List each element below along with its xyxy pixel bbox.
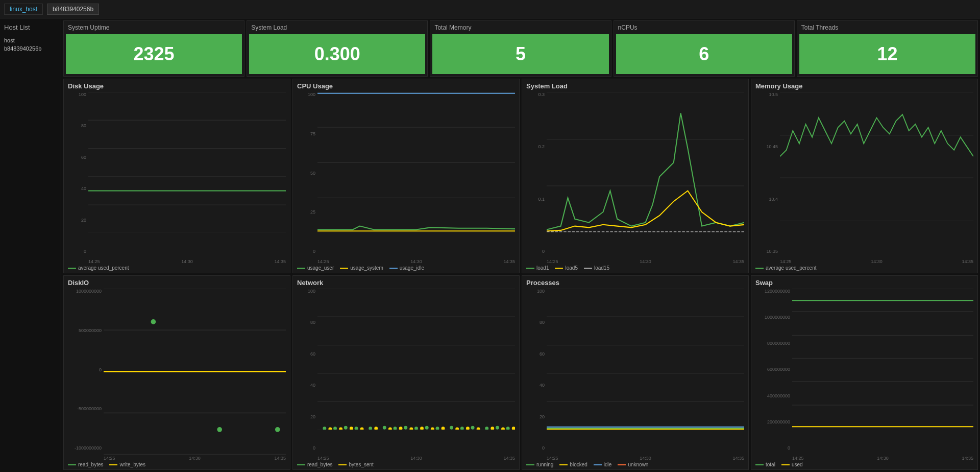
legend-dot-write [109,464,117,465]
legend-dot-blocked [559,464,568,465]
disk-usage-legend: average used_percent [68,265,286,271]
disk-usage-svg [88,92,286,233]
legend-usage-idle: usage_idle [389,265,424,271]
cpu-usage-x-labels: 14:25 14:30 14:35 [317,259,515,264]
legend-load15: load15 [584,265,609,271]
disk-usage-panel: Disk Usage 100 80 60 40 20 0 [63,79,290,273]
legend-bytes-sent: bytes_sent [338,462,373,467]
sidebar-item-hostid[interactable]: b8483940256b [4,44,57,53]
svg-point-25 [217,427,222,432]
swap-y-labels: 1200000000 1000000000 800000000 60000000… [755,289,792,451]
legend-dot-mem [755,268,764,269]
stat-uptime: System Uptime 2325 [63,20,244,77]
svg-point-53 [360,428,364,430]
memory-usage-y-labels: 10.5 10.45 10.4 10.35 [755,92,780,254]
host-id: b8483940256b [47,4,99,15]
swap-area: 1200000000 1000000000 800000000 60000000… [755,289,973,461]
charts-row1: Disk Usage 100 80 60 40 20 0 [63,79,978,273]
svg-point-57 [409,428,413,430]
stat-uptime-value: 2325 [66,34,242,74]
svg-point-48 [496,426,499,430]
system-load-svg [547,92,744,233]
stat-threads-value: 12 [799,34,975,74]
stat-ncpus-value: 6 [616,34,792,74]
system-load-area: 0.3 0.2 0.1 0 [526,92,744,264]
swap-title: Swap [755,279,973,287]
svg-point-38 [383,426,386,430]
svg-point-54 [374,427,378,430]
diskio-svg [104,289,286,455]
legend-dot-load15 [584,268,592,269]
stat-load: System Load 0.300 [247,20,428,77]
svg-point-47 [485,427,488,430]
legend-usage-user: usage_user [297,265,334,271]
system-load-legend: load1 load5 load15 [526,265,744,271]
charts-row2: DiskIO 1000000000 500000000 0 -500000000… [63,275,978,470]
swap-x-labels: 14:25 14:30 14:35 [792,456,973,461]
legend-dot-user [297,268,305,269]
legend-write-bytes: write_bytes [109,462,145,467]
legend-net-read: read_bytes [297,462,332,467]
processes-svg [547,289,744,430]
diskio-x-labels: 14:25 14:30 14:35 [104,456,286,461]
svg-point-45 [460,427,464,430]
svg-point-61 [455,428,459,430]
system-load-title: System Load [526,82,744,90]
stat-uptime-title: System Uptime [64,21,244,32]
network-svg [317,289,515,430]
disk-usage-y-labels: 100 80 60 40 20 0 [68,92,88,254]
svg-point-40 [404,426,407,430]
svg-point-24 [151,319,156,324]
dashboard: System Uptime 2325 System Load 0.300 Tot… [61,18,980,472]
memory-usage-title: Memory Usage [755,82,973,90]
legend-proc-idle: idle [594,462,612,467]
sidebar-item-host[interactable]: host [4,36,57,44]
host-list-title: Host List [4,23,57,31]
legend-mem-avg: average used_percent [755,265,817,271]
legend-swap-total: total [755,462,775,467]
legend-dot-proc-idle [594,464,602,465]
memory-usage-svg [780,92,973,221]
legend-dot-running [526,464,534,465]
legend-dot-system [340,268,348,269]
legend-avg-used: average used_percent [68,265,129,271]
svg-point-52 [350,427,353,430]
stat-ncpus-title: nCPUs [614,21,794,32]
legend-dot-unknown [618,464,626,465]
svg-point-66 [512,427,515,430]
svg-point-62 [466,427,470,430]
cpu-usage-legend: usage_user usage_system usage_idle [297,265,515,271]
processes-title: Processes [526,279,744,287]
svg-point-44 [450,426,453,430]
svg-point-49 [506,427,510,430]
network-title: Network [297,279,515,287]
svg-point-56 [399,427,403,430]
swap-panel: Swap 1200000000 1000000000 800000000 600… [751,275,978,470]
svg-point-26 [275,427,280,432]
svg-point-34 [333,427,337,430]
legend-dot-read [68,464,76,465]
system-load-x-labels: 14:25 14:30 14:35 [547,259,744,264]
stats-row: System Uptime 2325 System Load 0.300 Tot… [63,20,978,77]
swap-legend: total used [755,462,973,467]
legend-load1: load1 [526,265,549,271]
diskio-panel: DiskIO 1000000000 500000000 0 -500000000… [63,275,290,470]
legend-load5: load5 [555,265,577,271]
svg-point-50 [328,428,332,430]
cpu-usage-y-labels: 100 75 50 25 0 [297,92,317,254]
legend-dot-bytes-sent [338,464,347,465]
system-load-panel: System Load 0.3 0.2 0.1 0 [522,79,749,273]
legend-dot-idle [389,268,398,269]
legend-dot-load1 [526,268,534,269]
stat-ncpus: nCPUs 6 [614,20,795,77]
diskio-legend: read_bytes write_bytes [68,462,286,467]
processes-x-labels: 14:25 14:30 14:35 [547,456,744,461]
stat-load-value: 0.300 [249,34,425,74]
disk-usage-area: 100 80 60 40 20 0 [68,92,286,264]
stat-threads: Total Threads 12 [797,20,978,77]
legend-usage-system: usage_system [340,265,383,271]
host-tab[interactable]: linux_host [4,4,43,15]
processes-area: 100 80 60 40 20 0 [526,289,744,461]
legend-dot-net-read [297,464,305,465]
memory-usage-legend: average used_percent [755,265,973,271]
